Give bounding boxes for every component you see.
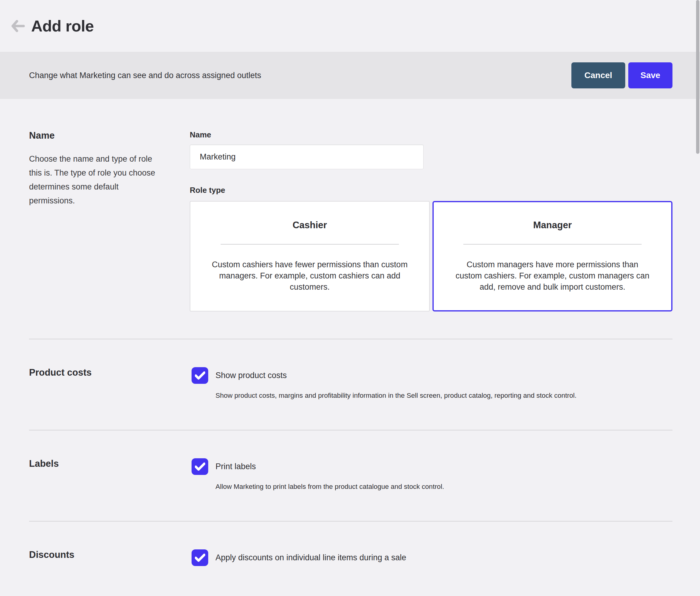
checkmark-icon bbox=[195, 554, 205, 562]
checkmark-icon bbox=[195, 371, 205, 380]
print-labels-description: Allow Marketing to print labels from the… bbox=[216, 483, 672, 491]
discounts-controls: Apply discounts on individual line items… bbox=[190, 549, 672, 566]
role-card-divider bbox=[221, 244, 399, 245]
name-section-info: Name Choose the name and type of role th… bbox=[29, 130, 190, 312]
apply-discounts-row: Apply discounts on individual line items… bbox=[192, 549, 672, 566]
apply-discounts-label[interactable]: Apply discounts on individual line items… bbox=[216, 553, 406, 563]
product-costs-heading: Product costs bbox=[29, 367, 190, 378]
name-section-heading: Name bbox=[29, 130, 190, 141]
show-product-costs-row: Show product costs bbox=[192, 367, 672, 384]
role-card-divider bbox=[463, 244, 642, 245]
show-product-costs-label[interactable]: Show product costs bbox=[216, 371, 287, 380]
scrollbar-track[interactable] bbox=[695, 0, 700, 596]
cancel-button[interactable]: Cancel bbox=[571, 63, 625, 89]
labels-heading: Labels bbox=[29, 458, 190, 469]
show-product-costs-checkbox[interactable] bbox=[192, 367, 208, 384]
role-type-cards: Cashier Custom cashiers have fewer permi… bbox=[190, 201, 672, 312]
labels-controls: Print labels Allow Marketing to print la… bbox=[190, 458, 672, 491]
role-card-cashier[interactable]: Cashier Custom cashiers have fewer permi… bbox=[190, 201, 430, 312]
discounts-heading: Discounts bbox=[29, 549, 190, 560]
product-costs-section: Product costs Show product costs Show pr… bbox=[29, 339, 672, 430]
labels-section: Labels Print labels Allow Marketing to p… bbox=[29, 430, 672, 521]
save-button[interactable]: Save bbox=[628, 63, 672, 89]
action-bar: Change what Marketing can see and do acr… bbox=[0, 52, 700, 99]
name-section-form: Name Role type Cashier Custom cashiers h… bbox=[190, 130, 672, 312]
name-field-label: Name bbox=[190, 130, 672, 140]
product-costs-info: Product costs bbox=[29, 367, 190, 400]
back-arrow-icon[interactable] bbox=[10, 18, 26, 34]
role-card-manager[interactable]: Manager Custom managers have more permis… bbox=[432, 201, 672, 312]
product-costs-controls: Show product costs Show product costs, m… bbox=[190, 367, 672, 400]
apply-discounts-checkbox[interactable] bbox=[192, 549, 208, 566]
main-content: Name Choose the name and type of role th… bbox=[0, 99, 700, 578]
role-type-label: Role type bbox=[190, 185, 672, 195]
action-bar-subtitle: Change what Marketing can see and do acr… bbox=[29, 71, 571, 80]
print-labels-label[interactable]: Print labels bbox=[216, 462, 256, 471]
discounts-section: Discounts Apply discounts on individual … bbox=[29, 522, 672, 578]
page-header: Add role bbox=[0, 0, 700, 52]
role-card-cashier-title: Cashier bbox=[208, 220, 411, 231]
role-card-manager-description: Custom managers have more permissions th… bbox=[451, 259, 654, 293]
name-input[interactable] bbox=[190, 144, 424, 169]
page-title: Add role bbox=[31, 17, 94, 35]
role-card-manager-title: Manager bbox=[451, 220, 654, 231]
name-section-description: Choose the name and type of role this is… bbox=[29, 152, 166, 208]
show-product-costs-description: Show product costs, margins and profitab… bbox=[216, 392, 672, 400]
print-labels-checkbox[interactable] bbox=[192, 458, 208, 475]
checkmark-icon bbox=[195, 463, 205, 471]
scrollbar-thumb[interactable] bbox=[696, 0, 699, 154]
role-card-cashier-description: Custom cashiers have fewer permissions t… bbox=[208, 259, 411, 293]
name-section: Name Choose the name and type of role th… bbox=[29, 99, 672, 339]
discounts-info: Discounts bbox=[29, 549, 190, 566]
print-labels-row: Print labels bbox=[192, 458, 672, 475]
labels-info: Labels bbox=[29, 458, 190, 491]
